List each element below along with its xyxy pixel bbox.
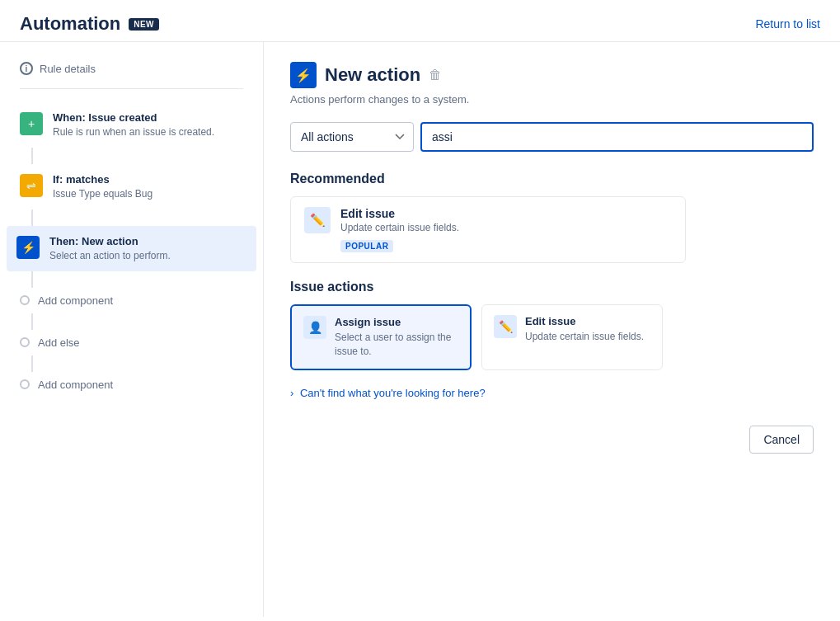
then-icon: ⚡ <box>16 236 40 259</box>
return-to-list-link[interactable]: Return to list <box>755 17 820 31</box>
step-then-title: Then: New action <box>49 234 246 249</box>
content-title: New action <box>325 64 420 86</box>
add-component-button[interactable]: Add component <box>0 288 263 313</box>
content-header: ⚡ New action 🗑 <box>290 62 814 88</box>
add-else-dot <box>20 337 30 347</box>
when-icon: + <box>20 112 43 135</box>
sidebar-divider <box>20 88 243 89</box>
edit-issue-title: Edit issue <box>525 315 644 327</box>
issue-actions-row: 👤 Assign issue Select a user to assign t… <box>290 304 814 370</box>
step-when-content: When: Issue created Rule is run when an … <box>53 111 250 139</box>
step-if-content: If: matches Issue Type equals Bug <box>53 172 250 201</box>
step-then-content: Then: New action Select an action to per… <box>49 234 246 263</box>
assign-issue-desc: Select a user to assign the issue to. <box>335 331 458 359</box>
search-row: All actions Issue actions Project action… <box>290 122 814 152</box>
edit-issue-desc: Update certain issue fields. <box>525 330 644 344</box>
rule-details-item[interactable]: i Rule details <box>0 55 263 82</box>
new-badge: NEW <box>129 18 159 31</box>
content-area: ⚡ New action 🗑 Actions perform changes t… <box>264 42 840 617</box>
step-when[interactable]: + When: Issue created Rule is run when a… <box>0 102 263 148</box>
connector-5 <box>31 355 33 372</box>
trash-icon[interactable]: 🗑 <box>429 68 442 82</box>
timeline: + When: Issue created Rule is run when a… <box>0 96 263 404</box>
if-icon: ⇌ <box>20 174 43 197</box>
connector-1 <box>31 148 33 164</box>
header-left: Automation NEW <box>20 13 159 35</box>
step-when-subtitle: Rule is run when an issue is created. <box>53 125 250 139</box>
recommended-section-title: Recommended <box>290 172 814 186</box>
add-component-bottom-dot <box>20 379 30 389</box>
cant-find-label: Can't find what you're looking for here? <box>300 387 486 399</box>
edit-issue-recommended-icon: ✏️ <box>304 207 331 233</box>
recommended-card-title: Edit issue <box>340 207 459 220</box>
step-if[interactable]: ⇌ If: matches Issue Type equals Bug <box>0 164 263 209</box>
popular-badge: POPULAR <box>340 240 393 252</box>
action-lightning-icon: ⚡ <box>290 62 317 88</box>
add-component-label: Add component <box>38 294 113 307</box>
rule-details-label: Rule details <box>40 63 96 75</box>
step-then-subtitle: Select an action to perform. <box>49 249 246 263</box>
recommended-card-content: Edit issue Update certain issue fields. … <box>340 207 459 252</box>
connector-2 <box>31 209 33 226</box>
edit-issue-content: Edit issue Update certain issue fields. <box>525 315 644 344</box>
action-filter-dropdown[interactable]: All actions Issue actions Project action… <box>290 122 414 152</box>
step-then[interactable]: ⚡ Then: New action Select an action to p… <box>7 226 256 271</box>
edit-issue-icon: ✏️ <box>494 315 517 338</box>
content-subtitle: Actions perform changes to a system. <box>290 93 814 106</box>
app-title: Automation <box>20 13 120 35</box>
info-icon: i <box>20 62 33 75</box>
chevron-right-icon: › <box>290 387 293 399</box>
issue-actions-section-title: Issue actions <box>290 280 814 294</box>
edit-issue-card[interactable]: ✏️ Edit issue Update certain issue field… <box>481 304 663 370</box>
assign-issue-content: Assign issue Select a user to assign the… <box>335 316 458 359</box>
recommended-card-desc: Update certain issue fields. <box>340 222 459 233</box>
connector-3 <box>31 271 33 288</box>
step-if-title: If: matches <box>53 172 250 187</box>
assign-issue-card[interactable]: 👤 Assign issue Select a user to assign t… <box>290 304 472 370</box>
cant-find-text[interactable]: › Can't find what you're looking for her… <box>290 387 814 399</box>
recommended-edit-issue-card[interactable]: ✏️ Edit issue Update certain issue field… <box>290 196 686 263</box>
main-layout: i Rule details + When: Issue created Rul… <box>0 42 840 617</box>
sidebar: i Rule details + When: Issue created Rul… <box>0 42 264 617</box>
app-header: Automation NEW Return to list <box>0 0 840 42</box>
add-else-label: Add else <box>38 336 80 349</box>
step-when-title: When: Issue created <box>53 111 250 125</box>
assign-issue-title: Assign issue <box>335 316 458 328</box>
add-component-bottom-button[interactable]: Add component <box>0 372 263 398</box>
step-if-subtitle: Issue Type equals Bug <box>53 187 250 201</box>
connector-4 <box>31 313 33 330</box>
cancel-button[interactable]: Cancel <box>749 426 814 454</box>
action-search-input[interactable] <box>420 122 814 152</box>
add-component-bottom-label: Add component <box>38 379 113 391</box>
add-else-button[interactable]: Add else <box>0 330 263 355</box>
assign-issue-icon: 👤 <box>303 316 326 339</box>
add-component-dot <box>20 295 30 305</box>
